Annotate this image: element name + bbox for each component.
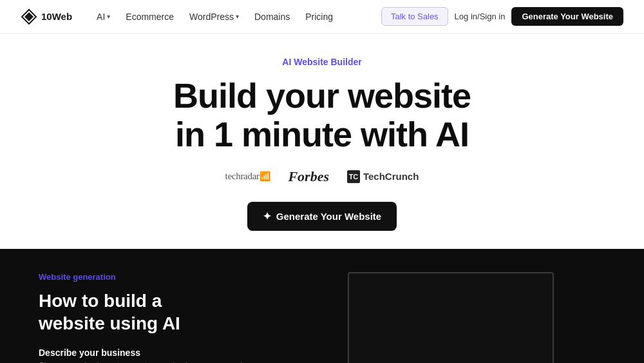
generate-your-website-hero-button[interactable]: ✦ Generate Your Website [247, 202, 397, 231]
login-link[interactable]: Log in/Sign in [455, 12, 506, 21]
forbes-logo: Forbes [288, 168, 329, 185]
logo-text: 10Web [41, 11, 72, 22]
sparkle-icon: ✦ [263, 210, 271, 222]
dark-section: Website generation How to build a websit… [0, 249, 644, 363]
techradar-logo: techradar📶 [225, 171, 270, 182]
chevron-down-icon: ▾ [107, 13, 110, 20]
section-label: Website generation [39, 272, 258, 282]
video-preview[interactable] [348, 272, 554, 363]
step-describe: Describe your business Choose your busin… [39, 348, 258, 363]
generate-your-website-nav-button[interactable]: Generate Your Website [511, 7, 623, 26]
section-title: How to build a website using AI [39, 289, 258, 335]
techcrunch-logo: TC TechCrunch [347, 170, 419, 183]
hero-title: Build your website in 1 minute with AI [173, 76, 471, 154]
chevron-down-icon: ▾ [236, 13, 239, 20]
techradar-signal-icon: 📶 [260, 172, 270, 181]
dark-right-column [296, 272, 605, 363]
logo[interactable]: 10Web [21, 8, 72, 25]
techcrunch-box-icon: TC [347, 170, 360, 183]
hero-section: AI Website Builder Build your website in… [0, 34, 644, 249]
nav-item-domains[interactable]: Domains [248, 8, 296, 26]
nav-item-ai[interactable]: AI ▾ [90, 8, 117, 26]
navbar: 10Web AI ▾ Ecommerce WordPress ▾ Domains… [0, 0, 644, 34]
nav-item-wordpress[interactable]: WordPress ▾ [183, 8, 245, 26]
logo-icon [21, 8, 37, 25]
nav-item-ecommerce[interactable]: Ecommerce [119, 8, 180, 26]
nav-cta-group: Talk to Sales Log in/Sign in Generate Yo… [381, 7, 623, 26]
nav-links: AI ▾ Ecommerce WordPress ▾ Domains Prici… [90, 8, 381, 26]
nav-item-pricing[interactable]: Pricing [299, 8, 339, 26]
hero-label: AI Website Builder [282, 57, 361, 67]
talk-to-sales-button[interactable]: Talk to Sales [381, 7, 448, 26]
dark-left-column: Website generation How to build a websit… [39, 272, 258, 363]
hero-logos: techradar📶 Forbes TC TechCrunch [225, 168, 419, 185]
